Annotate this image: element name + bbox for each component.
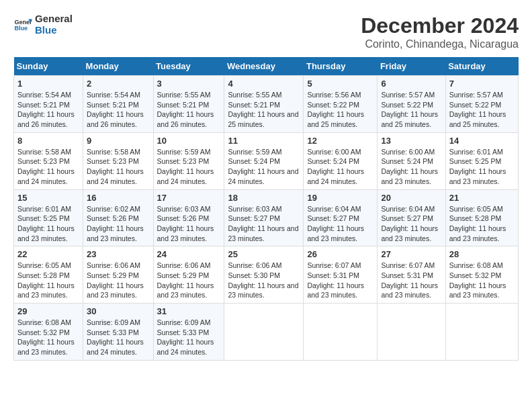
day-number: 30 <box>87 306 149 316</box>
calendar-cell: 31 Sunrise: 6:09 AMSunset: 5:33 PMDaylig… <box>153 304 224 361</box>
logo: General Blue General Blue <box>13 13 73 36</box>
calendar-header-row: SundayMondayTuesdayWednesdayThursdayFrid… <box>14 57 519 76</box>
day-info: Sunrise: 6:06 AMSunset: 5:30 PMDaylight:… <box>228 261 300 300</box>
day-number: 13 <box>381 136 441 146</box>
day-info: Sunrise: 5:59 AMSunset: 5:23 PMDaylight:… <box>157 147 221 187</box>
calendar-cell: 30 Sunrise: 6:09 AMSunset: 5:33 PMDaylig… <box>83 304 153 361</box>
day-number: 31 <box>157 306 221 316</box>
calendar-cell: 7 Sunrise: 5:57 AMSunset: 5:22 PMDayligh… <box>445 76 518 133</box>
day-number: 21 <box>449 193 515 203</box>
calendar-cell: 9 Sunrise: 5:58 AMSunset: 5:23 PMDayligh… <box>83 132 153 189</box>
calendar-cell: 5 Sunrise: 5:56 AMSunset: 5:22 PMDayligh… <box>304 76 378 133</box>
day-info: Sunrise: 5:54 AMSunset: 5:21 PMDaylight:… <box>17 90 79 130</box>
svg-text:Blue: Blue <box>14 25 28 32</box>
calendar-cell: 27 Sunrise: 6:07 AMSunset: 5:31 PMDaylig… <box>378 246 445 304</box>
day-info: Sunrise: 6:09 AMSunset: 5:33 PMDaylight:… <box>157 318 221 357</box>
calendar-week-row: 1 Sunrise: 5:54 AMSunset: 5:21 PMDayligh… <box>14 76 519 133</box>
calendar-cell: 8 Sunrise: 5:58 AMSunset: 5:23 PMDayligh… <box>14 132 83 189</box>
day-number: 16 <box>87 193 149 203</box>
logo-icon: General Blue <box>13 15 32 34</box>
calendar-cell: 18 Sunrise: 6:03 AMSunset: 5:27 PMDaylig… <box>224 189 304 246</box>
calendar-week-row: 15 Sunrise: 6:01 AMSunset: 5:25 PMDaylig… <box>14 189 519 246</box>
day-info: Sunrise: 5:55 AMSunset: 5:21 PMDaylight:… <box>228 90 300 130</box>
day-number: 4 <box>228 79 300 89</box>
day-info: Sunrise: 5:55 AMSunset: 5:21 PMDaylight:… <box>157 90 221 130</box>
logo-blue: Blue <box>35 25 73 36</box>
day-info: Sunrise: 6:06 AMSunset: 5:29 PMDaylight:… <box>157 261 221 300</box>
day-number: 27 <box>381 249 441 259</box>
header-tuesday: Tuesday <box>153 57 224 76</box>
header-sunday: Sunday <box>14 57 83 76</box>
day-number: 10 <box>157 136 221 146</box>
calendar-week-row: 29 Sunrise: 6:08 AMSunset: 5:32 PMDaylig… <box>14 304 519 361</box>
calendar-week-row: 8 Sunrise: 5:58 AMSunset: 5:23 PMDayligh… <box>14 132 519 189</box>
calendar-cell: 16 Sunrise: 6:02 AMSunset: 5:26 PMDaylig… <box>83 189 153 246</box>
day-number: 29 <box>17 306 79 316</box>
day-number: 7 <box>449 79 515 89</box>
day-number: 14 <box>449 136 515 146</box>
calendar-cell: 3 Sunrise: 5:55 AMSunset: 5:21 PMDayligh… <box>153 76 224 133</box>
page-subtitle: Corinto, Chinandega, Nicaragua <box>361 38 519 50</box>
calendar-cell <box>224 304 304 361</box>
calendar-week-row: 22 Sunrise: 6:05 AMSunset: 5:28 PMDaylig… <box>14 246 519 304</box>
page-header: General Blue General Blue December 2024 … <box>13 13 519 50</box>
day-info: Sunrise: 6:02 AMSunset: 5:26 PMDaylight:… <box>87 204 149 244</box>
day-number: 23 <box>87 249 149 259</box>
day-number: 3 <box>157 79 221 89</box>
header-friday: Friday <box>378 57 445 76</box>
day-info: Sunrise: 5:54 AMSunset: 5:21 PMDaylight:… <box>87 90 149 130</box>
day-number: 1 <box>17 79 79 89</box>
header-saturday: Saturday <box>445 57 518 76</box>
day-info: Sunrise: 5:56 AMSunset: 5:22 PMDaylight:… <box>307 90 373 130</box>
day-info: Sunrise: 5:57 AMSunset: 5:22 PMDaylight:… <box>381 90 441 130</box>
day-info: Sunrise: 5:58 AMSunset: 5:23 PMDaylight:… <box>87 147 149 187</box>
day-number: 28 <box>449 249 515 259</box>
calendar-cell: 17 Sunrise: 6:03 AMSunset: 5:26 PMDaylig… <box>153 189 224 246</box>
day-number: 12 <box>307 136 373 146</box>
calendar-cell: 2 Sunrise: 5:54 AMSunset: 5:21 PMDayligh… <box>83 76 153 133</box>
day-info: Sunrise: 6:07 AMSunset: 5:31 PMDaylight:… <box>307 261 373 300</box>
day-number: 22 <box>17 249 79 259</box>
day-number: 8 <box>17 136 79 146</box>
calendar-cell: 10 Sunrise: 5:59 AMSunset: 5:23 PMDaylig… <box>153 132 224 189</box>
day-number: 17 <box>157 193 221 203</box>
day-number: 20 <box>381 193 441 203</box>
day-info: Sunrise: 6:04 AMSunset: 5:27 PMDaylight:… <box>381 204 441 244</box>
calendar-cell: 11 Sunrise: 5:59 AMSunset: 5:24 PMDaylig… <box>224 132 304 189</box>
calendar-cell: 1 Sunrise: 5:54 AMSunset: 5:21 PMDayligh… <box>14 76 83 133</box>
calendar-cell: 23 Sunrise: 6:06 AMSunset: 5:29 PMDaylig… <box>83 246 153 304</box>
calendar-cell <box>378 304 445 361</box>
day-info: Sunrise: 6:08 AMSunset: 5:32 PMDaylight:… <box>17 318 79 357</box>
calendar-cell: 6 Sunrise: 5:57 AMSunset: 5:22 PMDayligh… <box>378 76 445 133</box>
day-number: 25 <box>228 249 300 259</box>
calendar-cell: 13 Sunrise: 6:00 AMSunset: 5:24 PMDaylig… <box>378 132 445 189</box>
day-number: 11 <box>228 136 300 146</box>
day-info: Sunrise: 5:57 AMSunset: 5:22 PMDaylight:… <box>449 90 515 130</box>
day-info: Sunrise: 6:03 AMSunset: 5:27 PMDaylight:… <box>228 204 300 244</box>
day-number: 6 <box>381 79 441 89</box>
calendar-cell: 12 Sunrise: 6:00 AMSunset: 5:24 PMDaylig… <box>304 132 378 189</box>
day-info: Sunrise: 6:01 AMSunset: 5:25 PMDaylight:… <box>17 204 79 244</box>
day-info: Sunrise: 5:58 AMSunset: 5:23 PMDaylight:… <box>17 147 79 187</box>
day-info: Sunrise: 6:01 AMSunset: 5:25 PMDaylight:… <box>449 147 515 187</box>
title-block: December 2024 Corinto, Chinandega, Nicar… <box>361 13 519 50</box>
calendar-cell: 28 Sunrise: 6:08 AMSunset: 5:32 PMDaylig… <box>445 246 518 304</box>
header-wednesday: Wednesday <box>224 57 304 76</box>
day-info: Sunrise: 6:00 AMSunset: 5:24 PMDaylight:… <box>307 147 373 187</box>
calendar-cell: 24 Sunrise: 6:06 AMSunset: 5:29 PMDaylig… <box>153 246 224 304</box>
day-number: 19 <box>307 193 373 203</box>
calendar-table: SundayMondayTuesdayWednesdayThursdayFrid… <box>13 57 519 361</box>
day-info: Sunrise: 6:09 AMSunset: 5:33 PMDaylight:… <box>87 318 149 357</box>
page-title: December 2024 <box>361 13 519 38</box>
calendar-cell: 22 Sunrise: 6:05 AMSunset: 5:28 PMDaylig… <box>14 246 83 304</box>
calendar-cell: 15 Sunrise: 6:01 AMSunset: 5:25 PMDaylig… <box>14 189 83 246</box>
day-info: Sunrise: 6:05 AMSunset: 5:28 PMDaylight:… <box>17 261 79 300</box>
day-info: Sunrise: 6:08 AMSunset: 5:32 PMDaylight:… <box>449 261 515 300</box>
day-number: 5 <box>307 79 373 89</box>
day-number: 9 <box>87 136 149 146</box>
day-info: Sunrise: 5:59 AMSunset: 5:24 PMDaylight:… <box>228 147 300 187</box>
day-info: Sunrise: 6:06 AMSunset: 5:29 PMDaylight:… <box>87 261 149 300</box>
calendar-cell: 25 Sunrise: 6:06 AMSunset: 5:30 PMDaylig… <box>224 246 304 304</box>
day-info: Sunrise: 6:07 AMSunset: 5:31 PMDaylight:… <box>381 261 441 300</box>
calendar-cell: 21 Sunrise: 6:05 AMSunset: 5:28 PMDaylig… <box>445 189 518 246</box>
